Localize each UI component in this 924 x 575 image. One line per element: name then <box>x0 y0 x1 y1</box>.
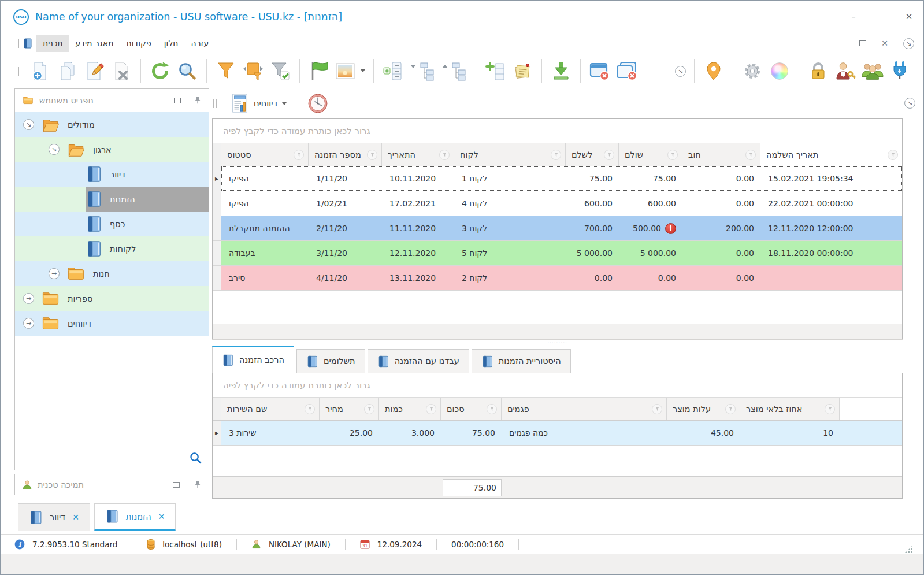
menubar-overflow-icon[interactable]: ↘ <box>903 38 914 49</box>
group-by-panel[interactable]: גרור לכאן כותרת עמודה כדי לקבץ לפיה <box>213 373 902 398</box>
tree-node-reports[interactable]: → דיווחים <box>15 311 209 336</box>
close-window-icon[interactable] <box>589 60 611 82</box>
column-header-wear-percent[interactable]: אחוז בלאי מוצר <box>740 398 840 420</box>
flag-icon[interactable] <box>308 60 330 82</box>
filter-funnel-icon[interactable] <box>364 404 374 414</box>
filter-funnel-icon[interactable] <box>367 150 377 160</box>
menu-item-window[interactable]: חלון <box>158 35 185 52</box>
users-icon[interactable] <box>862 60 884 82</box>
view-toolbar-overflow-icon[interactable]: ↘ <box>904 98 915 109</box>
tree-node-libraries[interactable]: → ספריות <box>15 286 209 311</box>
tree-node-modules[interactable]: ↘ מודולים <box>15 112 209 137</box>
column-header-service-name[interactable]: שם השירות <box>221 398 320 420</box>
reports-button[interactable]: דיווחים <box>226 91 291 116</box>
view-toolbar-drag-handle[interactable] <box>213 99 217 108</box>
export-icon[interactable] <box>550 60 572 82</box>
panel-pin-icon[interactable] <box>194 481 202 489</box>
panel-pin-icon[interactable] <box>194 97 202 105</box>
column-header-date[interactable]: התאריך <box>382 143 454 166</box>
menu-item-program[interactable]: תכנית <box>36 35 69 52</box>
technical-support-panel[interactable]: תמיכה טכנית <box>14 474 209 495</box>
column-header-sum[interactable]: סכום <box>441 398 502 420</box>
panel-float-icon[interactable] <box>174 98 181 103</box>
collapse-node-icon[interactable]: ↘ <box>49 144 60 155</box>
column-header-debt[interactable]: חוב <box>682 143 760 166</box>
maximize-button[interactable] <box>876 12 886 22</box>
panel-maximize-icon[interactable] <box>173 482 180 488</box>
notes-icon[interactable] <box>511 60 533 82</box>
expand-node-icon[interactable]: → <box>23 293 34 304</box>
column-header-defects[interactable]: פגמים <box>502 398 667 420</box>
column-header-to-pay[interactable]: לשלם <box>566 143 619 166</box>
filter-funnel-icon[interactable] <box>725 404 736 414</box>
menubar-drag-handle[interactable] <box>16 39 19 48</box>
tree-node-organization[interactable]: ↘ ארגון <box>15 137 209 162</box>
column-header-quantity[interactable]: כמות <box>379 398 441 420</box>
close-tab-icon[interactable]: ✕ <box>158 512 165 521</box>
column-header-status[interactable]: סטטוס <box>221 143 309 166</box>
edit-document-icon[interactable] <box>83 60 105 82</box>
filter-funnel-icon[interactable] <box>487 404 497 414</box>
tree-node-shop[interactable]: → חנות <box>15 261 209 286</box>
doc-tab-mailing[interactable]: דיוור ✕ <box>18 503 90 531</box>
filter-funnel-icon[interactable] <box>745 150 756 160</box>
table-row[interactable]: סירב 4/11/20 13.11.2020 לקוח 2 0.00 0.00… <box>213 266 902 291</box>
menu-item-database[interactable]: מאגר מידע <box>69 35 120 52</box>
filter-funnel-icon[interactable] <box>667 150 678 160</box>
filter-settings-icon[interactable] <box>242 60 264 82</box>
image-preview-icon[interactable] <box>335 60 365 82</box>
table-row[interactable]: הפיקו 1/02/21 17.02.2021 לקוח 4 600.00 6… <box>213 191 902 216</box>
filter-funnel-icon[interactable] <box>825 404 835 414</box>
minimize-button[interactable]: – <box>848 12 859 22</box>
refresh-icon[interactable] <box>149 60 171 82</box>
mdi-restore-button[interactable] <box>859 40 866 46</box>
toolbar-drag-handle[interactable] <box>16 67 19 76</box>
tree-search-icon[interactable] <box>190 452 202 464</box>
tree-node-money[interactable]: כסף <box>15 212 209 236</box>
expand-rows-icon[interactable] <box>382 60 404 82</box>
copy-document-icon[interactable] <box>56 60 78 82</box>
user-permissions-icon[interactable] <box>834 60 856 82</box>
search-icon[interactable] <box>176 60 198 82</box>
expand-node-icon[interactable]: → <box>23 318 34 329</box>
column-header-product-cost[interactable]: עלות מוצר <box>667 398 740 420</box>
filter-icon[interactable] <box>215 60 237 82</box>
doc-tab-orders[interactable]: הזמנות ✕ <box>94 503 176 531</box>
tab-worked-with-order[interactable]: עבדנו עם ההזמנה <box>368 349 469 373</box>
column-header-price[interactable]: מחיר <box>320 398 379 420</box>
delete-document-icon[interactable] <box>110 60 132 82</box>
tab-order-history[interactable]: היסטוריית הזמנות <box>472 349 571 373</box>
filter-funnel-icon[interactable] <box>426 404 436 414</box>
collapse-tree-icon[interactable] <box>441 60 467 82</box>
collapse-node-icon[interactable]: ↘ <box>23 119 34 130</box>
filter-funnel-icon[interactable] <box>439 150 450 160</box>
new-document-icon[interactable] <box>29 60 51 82</box>
column-header-order-number[interactable]: מספר הזמנה <box>309 143 382 166</box>
plugin-icon[interactable] <box>889 60 911 82</box>
close-all-windows-icon[interactable] <box>616 60 638 82</box>
mdi-close-button[interactable]: ✕ <box>881 39 888 48</box>
filter-funnel-icon[interactable] <box>551 150 561 160</box>
settings-gear-icon[interactable] <box>741 60 763 82</box>
horizontal-splitter[interactable]: ········· <box>212 339 903 346</box>
tree-node-orders[interactable]: הזמנות <box>15 187 209 212</box>
color-scheme-icon[interactable] <box>769 60 791 82</box>
close-button[interactable]: ✕ <box>904 12 914 22</box>
expand-node-icon[interactable]: → <box>49 268 60 279</box>
table-row[interactable]: בעבודה 3/11/20 12.11.2020 לקוח 5 5 000.0… <box>213 241 902 266</box>
menu-item-commands[interactable]: פקודות <box>120 35 158 52</box>
filter-apply-icon[interactable] <box>269 60 291 82</box>
lock-icon[interactable] <box>807 60 829 82</box>
resize-grip[interactable] <box>904 545 913 554</box>
tab-payments[interactable]: תשלומים <box>296 349 365 373</box>
location-pin-icon[interactable] <box>703 60 725 82</box>
toolbar-overflow-icon[interactable]: ↘ <box>675 66 686 77</box>
tree-node-mailing[interactable]: דיוור <box>15 162 209 187</box>
tree-node-clients[interactable]: לקוחות <box>15 236 209 261</box>
mdi-minimize-button[interactable]: – <box>840 39 844 48</box>
filter-funnel-icon[interactable] <box>294 150 304 160</box>
table-row[interactable]: ▶ שירות 3 25.00 3.000 75.00 כמה פגמים 45… <box>213 421 902 446</box>
table-row[interactable]: ההזמנה מתקבלת 2/11/20 11.11.2020 לקוח 3 … <box>213 216 902 241</box>
expand-tree-icon[interactable] <box>409 60 436 82</box>
table-row[interactable]: ▶ הפיקו 1/11/20 10.11.2020 לקוח 1 75.00 … <box>213 166 902 191</box>
